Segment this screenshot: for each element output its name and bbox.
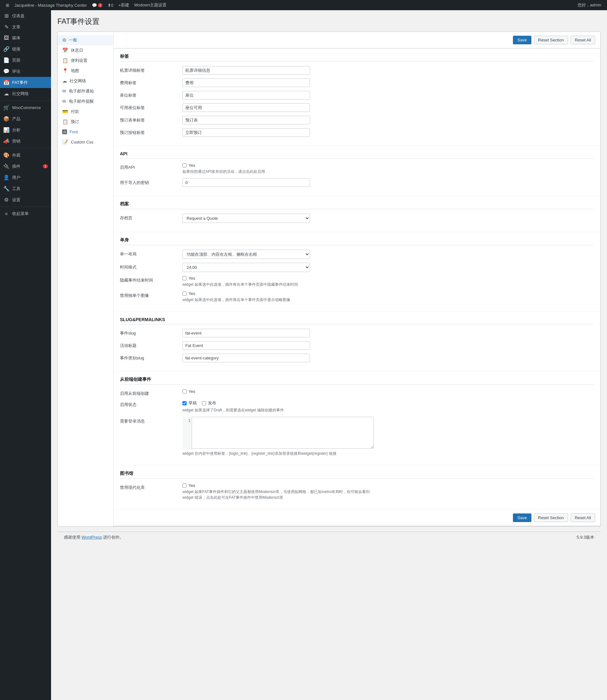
reset-section-button-top[interactable]: Reset Section xyxy=(534,36,568,44)
disable-single-image-checkbox[interactable] xyxy=(183,292,187,296)
hide-end-time-checkbox-label[interactable]: Yes xyxy=(183,276,594,281)
sidebar-item-media[interactable]: 🖼 媒体 xyxy=(0,33,51,43)
wordpress-link[interactable]: WordPress xyxy=(82,535,102,539)
sidebar-item-fat-events[interactable]: 📅 FAT事件 xyxy=(0,77,51,88)
save-button-top[interactable]: Save xyxy=(513,36,531,44)
hide-end-time-field: Yes widget 如果选中此选项，插件将在单个事件页面中隐藏事件结束时间 xyxy=(183,276,594,287)
general-settings-icon: ⚙ xyxy=(62,37,66,43)
order-form-tag-label: 预订表单标签 xyxy=(120,116,177,123)
enable-api-checkbox-label[interactable]: Yes xyxy=(183,163,594,168)
sidebar-item-appearance[interactable]: 🎨 外观 xyxy=(0,150,51,161)
event-slug-input[interactable] xyxy=(183,329,310,337)
sidebar-item-marketing[interactable]: 📣 营销 xyxy=(0,135,51,147)
fat-events-icon: 📅 xyxy=(3,79,9,85)
import-key-input[interactable] xyxy=(183,178,310,187)
sidebar-item-label: 产品 xyxy=(12,116,20,122)
ticket-detail-tag-input[interactable] xyxy=(183,66,310,75)
payment-icon: 💳 xyxy=(62,109,68,114)
sidebar-item-tools[interactable]: 🔧 工具 xyxy=(0,183,51,194)
import-key-label: 用于导入的密钥 xyxy=(120,178,177,186)
single-layout-select[interactable]: 功能在顶部、内容在左框、侧框在右框 其他布局 xyxy=(183,250,310,259)
comments-link[interactable]: 💬 1 xyxy=(89,0,105,10)
event-category-slug-label: 事件类别slug xyxy=(120,354,177,361)
settings-nav-holidays[interactable]: 📅 休息日 xyxy=(58,45,113,56)
publish-checkbox-label[interactable]: 发布 xyxy=(202,400,216,406)
order-btn-tag-label: 预订按钮标签 xyxy=(120,128,177,135)
event-slug-field xyxy=(183,329,594,337)
enable-api-checkbox[interactable] xyxy=(183,163,187,167)
settings-nav-notes[interactable]: 📋 便利设置 xyxy=(58,56,113,66)
settings-nav: ⚙ 一般 📅 休息日 📋 便利设置 📍 地图 ☁ 社交网络 xyxy=(58,32,113,526)
sidebar-item-woocommerce[interactable]: 🛒 WooCommerce xyxy=(0,102,51,113)
settings-nav-maps[interactable]: 📍 地图 xyxy=(58,66,113,76)
apply-status-row: 启用状态 草稿 发布 xyxy=(120,400,594,413)
updates-badge: 0 xyxy=(111,3,113,8)
maps-icon: 📍 xyxy=(62,68,68,74)
settings-nav-email-remind[interactable]: ✉ 电子邮件提醒 xyxy=(58,96,113,107)
disable-single-image-checkbox-label[interactable]: Yes xyxy=(183,291,594,296)
disable-modernizr-checkbox-label[interactable]: Yes xyxy=(183,483,594,488)
sidebar-item-analytics[interactable]: 📊 分析 xyxy=(0,124,51,135)
event-title-input[interactable] xyxy=(183,341,310,350)
sidebar-item-products[interactable]: 📦 产品 xyxy=(0,113,51,124)
event-category-slug-field xyxy=(183,354,594,362)
sidebar-item-dashboard[interactable]: ⊞ 仪表盘 xyxy=(0,10,51,21)
seat-tag-input[interactable] xyxy=(183,91,310,100)
wp-logo-link[interactable]: ⊞ xyxy=(3,0,12,10)
single-layout-label: 单一布局 xyxy=(120,250,177,257)
time-format-field: 24:00 12:00 AM/PM xyxy=(183,263,594,272)
new-label: 新建 xyxy=(121,2,129,8)
user-greeting[interactable]: 您好，admin xyxy=(575,0,604,10)
enable-frontend-create-field: Yes xyxy=(183,389,594,394)
sidebar-item-pages[interactable]: 📄 页面 xyxy=(0,55,51,66)
time-format-select[interactable]: 24:00 12:00 AM/PM xyxy=(183,263,310,272)
settings-nav-font[interactable]: 🅰 Font xyxy=(58,127,113,137)
enable-frontend-create-checkbox-label[interactable]: Yes xyxy=(183,389,594,394)
settings-nav-payment[interactable]: 💳 付款 xyxy=(58,107,113,117)
sidebar-item-users[interactable]: 👤 用户 xyxy=(0,172,51,183)
settings-nav-custom-css-label: Custom Css xyxy=(71,140,93,145)
sidebar-item-posts[interactable]: ✎ 文章 xyxy=(0,21,51,33)
new-content-link[interactable]: + 新建 xyxy=(116,0,132,10)
hide-end-time-checkbox[interactable] xyxy=(183,276,187,280)
available-seat-tag-input[interactable] xyxy=(183,103,310,112)
login-message-label: 需要登录消息 xyxy=(120,417,177,424)
draft-checkbox[interactable] xyxy=(183,401,187,405)
disable-modernizr-checkbox[interactable] xyxy=(183,484,187,488)
settings-icon: ⚙ xyxy=(3,197,9,203)
disable-single-image-hint: widget 如果选中此选项，插件将在单个事件页面中显示缩略图像 xyxy=(183,297,374,303)
order-form-tag-input[interactable] xyxy=(183,116,310,124)
sidebar-item-collapse[interactable]: « 收起菜单 xyxy=(0,208,51,219)
settings-nav-booking[interactable]: 📋 预订 xyxy=(58,117,113,127)
reset-all-button-top[interactable]: Reset All xyxy=(571,36,595,44)
reset-all-button-bottom[interactable]: Reset All xyxy=(571,513,595,522)
sidebar-item-comments[interactable]: 💬 评论 xyxy=(0,66,51,77)
updates-link[interactable]: ⬆ 0 xyxy=(105,0,116,10)
enable-frontend-create-checkbox[interactable] xyxy=(183,389,187,394)
settings-nav-social[interactable]: ☁ 社交网络 xyxy=(58,76,113,86)
login-message-textarea[interactable] xyxy=(183,417,374,449)
theme-settings-link[interactable]: Modown主题设置 xyxy=(132,0,169,10)
plus-icon: + xyxy=(118,3,121,8)
order-btn-tag-input[interactable] xyxy=(183,128,310,137)
settings-nav-general[interactable]: ⚙ 一般 xyxy=(58,35,113,45)
site-name-link[interactable]: Jacqueline - Massage Theraphy Center xyxy=(12,0,89,10)
hide-end-time-option-label: Yes xyxy=(189,276,195,281)
settings-nav-custom-css[interactable]: 📝 Custom Css xyxy=(58,137,113,147)
apply-status-field: 草稿 发布 widget 如果选择了Draft，则需要选在widget 编辑创建… xyxy=(183,400,594,413)
archive-page-select[interactable]: Request a Quote Home About xyxy=(183,214,310,223)
sidebar-item-social[interactable]: ☁ 社交网络 xyxy=(0,88,51,99)
sidebar-item-settings[interactable]: ⚙ 设置 xyxy=(0,194,51,205)
analytics-icon: 📊 xyxy=(3,127,9,133)
sidebar-item-links[interactable]: 🔗 链接 xyxy=(0,43,51,55)
reset-section-button-bottom[interactable]: Reset Section xyxy=(534,513,568,522)
apply-status-hint: widget 如果选择了Draft，则需要选在widget 编辑创建的事件 xyxy=(183,407,374,413)
settings-nav-email-notify[interactable]: ✉ 电子邮件通知 xyxy=(58,86,113,96)
fee-tag-input[interactable] xyxy=(183,79,310,87)
sidebar-item-plugins[interactable]: 🔌 插件 1 xyxy=(0,161,51,172)
event-category-slug-input[interactable] xyxy=(183,354,310,362)
save-button-bottom[interactable]: Save xyxy=(513,513,531,522)
publish-checkbox[interactable] xyxy=(202,401,206,405)
draft-checkbox-label[interactable]: 草稿 xyxy=(183,400,197,406)
menu-divider-2 xyxy=(0,148,51,148)
